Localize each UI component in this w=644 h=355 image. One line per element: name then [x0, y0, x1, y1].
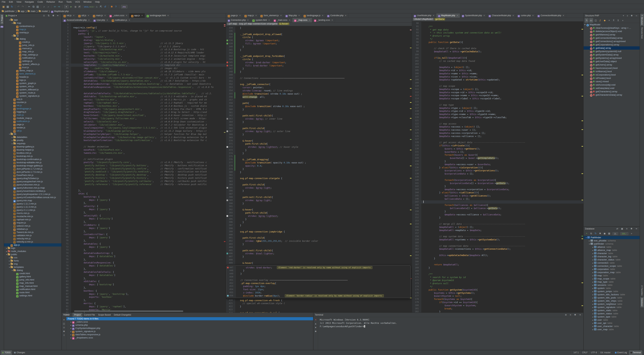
toolbar-icon[interactable]: ⇦ — [53, 4, 57, 9]
database-table-item[interactable]: ▸system_kills_pods: table — [584, 296, 640, 299]
project-tree-item[interactable]: {}jquery.min.map — [4, 199, 62, 202]
structure-method[interactable]: mgetCorporations():array — [584, 43, 640, 46]
structure-method[interactable]: msave():mixed — [584, 80, 640, 83]
status-item[interactable]: CRLF — [580, 350, 589, 355]
todo-side-toolbar[interactable]: ▾ ◫ ⊙ ✱ ↧ — [62, 317, 66, 350]
horizontal-scrollbar[interactable] — [74, 310, 183, 312]
statusbar-tool-button[interactable]: Event Log — [614, 350, 628, 355]
project-tree-item[interactable]: JSmain.js — [4, 113, 62, 117]
project-tree-item[interactable]: JScredit.js — [4, 41, 62, 44]
project-tree-item[interactable]: JSvelocity.ui.min.js — [4, 240, 62, 243]
database-root-item[interactable]: ▾Pathfinder — [584, 236, 640, 239]
menu-item-window[interactable]: Window — [82, 0, 93, 4]
todo-file-item[interactable]: ▸PCcpSystemsMapper.php — [66, 327, 313, 330]
database-table-item[interactable]: ▸corporation_map: table — [584, 271, 640, 274]
project-tree-item[interactable]: ▾ui — [4, 34, 62, 37]
error-stripe-mark[interactable] — [582, 29, 583, 30]
project-tree-item[interactable]: ▾dialog — [4, 269, 62, 272]
project-tree-item[interactable]: JSmorris.min.js — [4, 212, 62, 215]
project-tree-item[interactable]: Hcredit.html — [4, 272, 62, 275]
editor-tab[interactable]: JSform_element.js✕ — [259, 13, 284, 18]
structure-method[interactable]: mhasAccess(user):bool — [584, 66, 640, 70]
error-stripe-mark[interactable] — [410, 96, 412, 97]
editor-pane-right[interactable]: PUserModel.php✕PMapModel.php✕PSystemMode… — [412, 13, 584, 312]
todo-preview-icon[interactable]: ⊙ — [62, 325, 66, 329]
toolbar-icon[interactable]: ↻ — [10, 4, 14, 9]
project-tree-item[interactable]: JSmustache.min.js — [4, 215, 62, 218]
project-tree-item[interactable]: ▾app — [4, 18, 62, 22]
database-table-item[interactable]: ▸alliance: table — [584, 245, 640, 249]
project-tree-item[interactable]: ▸img — [4, 262, 62, 265]
error-stripe-mark[interactable] — [410, 224, 412, 224]
toolbar-icon[interactable]: vcs↓ — [84, 4, 90, 9]
database-table-item[interactable]: ▸system_kills_factions: table — [584, 293, 640, 296]
editor-tab[interactable]: PAccessController.php✕ — [62, 18, 92, 23]
project-tree-item[interactable]: JSmodule_map.js — [4, 117, 62, 120]
project-tree-item[interactable]: JSlandingpage.js — [4, 107, 62, 110]
error-stripe-mark[interactable] — [582, 200, 583, 200]
structure-method[interactable]: mgetSystem(systemId):null — [584, 50, 640, 53]
database-table-item[interactable]: ▸connection: table — [584, 261, 640, 264]
terminal-settings-icon[interactable]: ✱ — [314, 329, 318, 333]
project-tree-item[interactable]: {}jquery.fullscreen.min.js.map — [4, 186, 62, 189]
todo-list[interactable]: Found 7 TODO items in 6 files▸S_colors.s… — [66, 317, 313, 350]
structure-method[interactable]: misPrivate():bool — [584, 76, 640, 80]
down-icon[interactable]: ▼ — [314, 325, 318, 329]
database-header-icons[interactable]: ⇄ ▣ ≑ ✱ ⇥ — [616, 227, 638, 231]
project-tree-item[interactable]: ▸requirejs — [4, 142, 62, 145]
project-tree-item[interactable]: JSccp.js — [4, 98, 62, 101]
status-item[interactable]: 147:1 — [572, 350, 580, 355]
project-tree-item[interactable]: JSTweenLite.min.js — [4, 231, 62, 234]
project-tree-item[interactable]: JSoverlay.js — [4, 31, 62, 34]
tool-button-favorites[interactable]: 2: Favorites — [640, 284, 644, 296]
structure-method[interactable]: mgetCharactersData():array — [584, 93, 640, 97]
project-tree-item[interactable]: JSlogo.js — [4, 79, 62, 82]
editor-tab[interactable]: Hlandingpage.html✕ — [145, 13, 171, 18]
constants-icon[interactable]: ◆ — [603, 18, 607, 23]
tab-close-icon[interactable]: ✕ — [289, 19, 290, 21]
tab-close-icon[interactable]: ✕ — [432, 15, 434, 17]
more-icon[interactable]: » — [621, 18, 625, 23]
error-stripe-mark[interactable] — [410, 166, 412, 166]
error-stripe-mark[interactable] — [582, 282, 583, 283]
project-tree-item[interactable]: JSjump_info.js — [4, 44, 62, 47]
toolbar-icon[interactable]: ⌕ — [46, 4, 50, 9]
editor-pane-middle[interactable]: JSpage.js✕JSmap.js✕JSform_element.js✕PMa… — [226, 13, 412, 312]
todo-tab[interactable]: Current File — [82, 313, 97, 317]
project-tree-item[interactable]: JSjquery.easypiechart.min.js — [4, 180, 62, 183]
error-stripe-mark[interactable] — [410, 48, 412, 48]
project-tree-item[interactable]: JSrequire.js — [4, 221, 62, 224]
project-tree-item[interactable]: JSmap_settings.js — [4, 53, 62, 56]
toolbar-icon[interactable]: ► — [69, 4, 74, 9]
toolbar-icon[interactable]: ⇱ — [99, 4, 103, 9]
project-tree-item[interactable]: JSvalidator.min.js — [4, 234, 62, 237]
project-tree-item[interactable]: ▾map — [4, 22, 62, 25]
error-stripe-mark[interactable] — [582, 146, 583, 147]
editor-tab[interactable]: PMapModel.php✕ — [436, 13, 460, 18]
database-table-item[interactable]: ▸character: table — [584, 252, 640, 255]
project-tree-item[interactable]: Hnotification.html — [4, 288, 62, 291]
database-tree[interactable]: ▾Pathfinder▸eve_phoebe: schema▾pathfinde… — [584, 236, 640, 331]
project-tree-item[interactable]: ▸datatables — [4, 136, 62, 139]
add-datasource-icon[interactable]: + — [585, 231, 588, 236]
menu-item-vcs[interactable]: VCS — [74, 0, 82, 4]
expand-all-icon[interactable]: ⊼ — [612, 18, 616, 23]
project-tree-item[interactable]: JSblueimp-helper.js — [4, 148, 62, 151]
tab-close-icon[interactable]: ✕ — [483, 15, 485, 17]
ddl-icon[interactable]: DDL↑ — [620, 232, 628, 235]
editor-tab[interactable]: JSpage.js✕ — [226, 13, 243, 18]
structure-method[interactable]: msetData(data):void — [584, 87, 640, 90]
toolbar-icon[interactable]: ▣ — [2, 4, 6, 9]
toolbar-icon[interactable]: ◉ — [74, 4, 78, 9]
toolbar-icon[interactable]: ⌕ — [42, 4, 46, 9]
project-tree-item[interactable]: JSdemo_map.js — [4, 69, 62, 72]
stop-icon[interactable]: ◼ — [603, 231, 607, 236]
project-tree-item[interactable]: ▸pnotify — [4, 139, 62, 142]
close-icon[interactable]: ✕ — [314, 318, 318, 322]
structure-method[interactable]: mgetSystemData():array — [584, 53, 640, 56]
project-tree-item[interactable]: JSsystem_signature.js — [4, 94, 62, 98]
breadcrumb-item[interactable]: app — [18, 10, 24, 13]
database-toolbar[interactable]: + ⧉ ↻ ✱ ◼ ▦ QL DDL↑ » — [584, 231, 640, 236]
todo-filter-icon[interactable]: ▾ — [62, 318, 66, 322]
toolbar-icon[interactable]: ▥ — [36, 4, 40, 9]
